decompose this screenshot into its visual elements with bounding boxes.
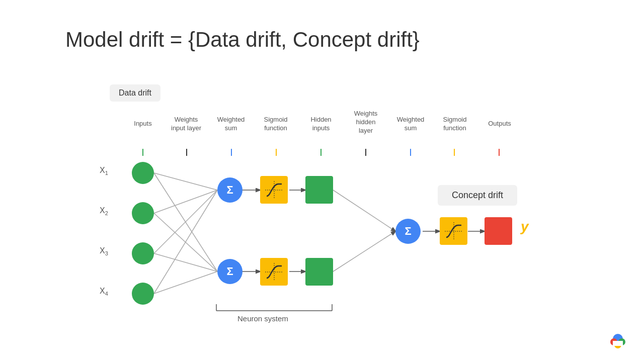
tick-weighted-sum-2 — [410, 149, 411, 156]
input-node-x2 — [132, 202, 154, 224]
col-sigmoid-2: Sigmoidfunction — [439, 116, 470, 133]
concept-drift-badge: Concept drift — [438, 185, 517, 206]
svg-line-1 — [154, 190, 217, 213]
tick-sigmoid-2 — [454, 149, 455, 156]
page-title: Model drift = {Data drift, Concept drift… — [65, 28, 420, 52]
col-weighted-sum-2: Weightedsum — [396, 116, 425, 133]
sigmoid-box-1 — [260, 176, 288, 204]
svg-line-5 — [154, 213, 217, 272]
tick-outputs — [499, 149, 500, 156]
input-label-x4: X4 — [100, 287, 108, 297]
hidden-box-2 — [305, 258, 333, 286]
tick-hidden — [320, 149, 321, 156]
col-weights-hidden: Weightshiddenlayer — [350, 110, 382, 135]
neuron-system-label: Neuron system — [237, 314, 288, 323]
svg-line-2 — [154, 253, 217, 272]
input-label-x3: X3 — [100, 246, 108, 256]
data-drift-badge: Data drift — [110, 84, 160, 102]
y-output-label: y — [521, 219, 529, 235]
svg-line-4 — [154, 173, 217, 272]
svg-line-12 — [333, 190, 395, 231]
input-label-x2: X2 — [100, 206, 108, 216]
svg-line-13 — [333, 231, 395, 272]
input-node-x1 — [132, 162, 154, 184]
input-node-x3 — [132, 242, 154, 264]
tick-weights-hidden — [365, 149, 366, 156]
col-hidden-inputs: Hiddeninputs — [307, 116, 335, 133]
hidden-box-1 — [305, 176, 333, 204]
sum-node-1: Σ — [217, 177, 243, 203]
col-sigmoid-1: Sigmoidfunction — [260, 116, 291, 133]
tick-inputs — [142, 149, 143, 156]
input-label-x1: X1 — [100, 166, 108, 176]
col-weights-input: Weightsinput layer — [171, 116, 201, 133]
svg-line-3 — [154, 272, 217, 294]
sum-node-2: Σ — [217, 259, 243, 284]
sum-node-final: Σ — [395, 219, 421, 244]
svg-line-6 — [154, 190, 217, 253]
sigmoid-box-2 — [260, 258, 288, 286]
google-logo — [607, 330, 629, 352]
tick-weights-input — [186, 149, 187, 156]
input-node-x4 — [132, 283, 154, 305]
col-inputs: Inputs — [131, 120, 154, 128]
col-weighted-sum-1: Weightedsum — [215, 116, 247, 133]
svg-rect-29 — [613, 341, 623, 346]
svg-line-0 — [154, 173, 217, 190]
col-outputs: Outputs — [486, 120, 514, 128]
tick-weighted-sum-1 — [231, 149, 232, 156]
svg-line-7 — [154, 190, 217, 294]
tick-sigmoid-1 — [276, 149, 277, 156]
sigmoid-box-final — [440, 217, 467, 245]
output-box — [485, 217, 512, 245]
